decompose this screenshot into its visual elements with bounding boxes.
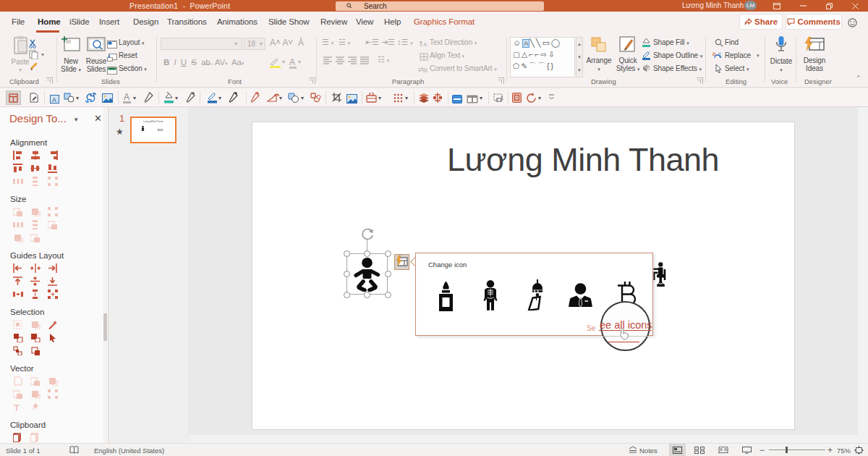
svg-text:A: A (423, 41, 427, 48)
svg-text:c: c (718, 51, 721, 57)
svg-text:A: A (52, 96, 56, 104)
svg-text:T: T (14, 402, 20, 412)
svg-text:⇄: ⇄ (418, 66, 424, 73)
